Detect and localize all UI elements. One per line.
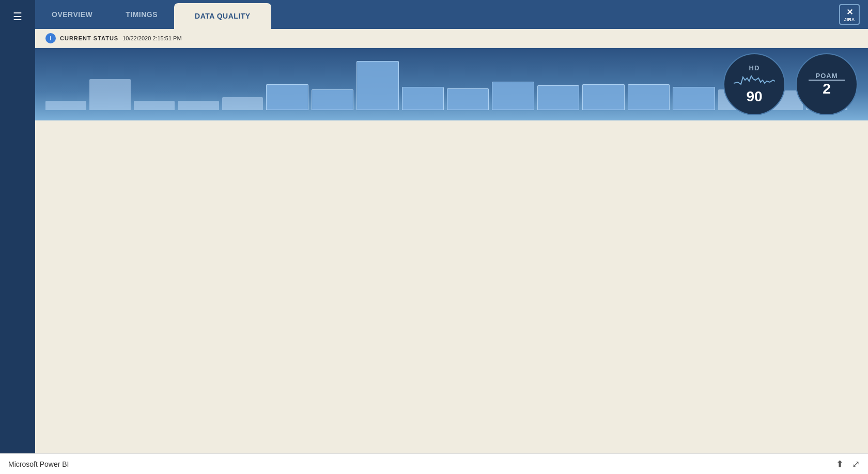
hd-value: 90 [746, 88, 762, 105]
chart-bar [402, 87, 444, 110]
chart-bar [222, 97, 263, 110]
chart-bar [357, 61, 398, 110]
chart-bar [266, 84, 308, 110]
chart-bar [447, 88, 489, 110]
menu-icon[interactable]: ☰ [9, 6, 26, 27]
nav-logo: ✕ JIRA [839, 0, 868, 29]
chart-bar [134, 101, 175, 110]
tab-overview[interactable]: OVERVIEW [35, 0, 109, 29]
chart-bar [582, 84, 624, 110]
metric-circles: HD 90 POAM 2 [723, 53, 858, 115]
poam-label: POAM [816, 72, 838, 80]
tab-timings[interactable]: TIMINGS [109, 0, 174, 29]
status-label: CURRENT STATUS [60, 35, 118, 41]
status-bar: i CURRENT STATUS 10/22/2020 2:15:51 PM [35, 29, 868, 48]
main-container: OVERVIEW TIMINGS DATA QUALITY ✕ JIRA i C… [35, 0, 868, 453]
hd-chart [734, 73, 775, 87]
status-date: 10/22/2020 2:15:51 PM [122, 35, 181, 41]
bottom-bar: Microsoft Power BI ⬆ ⤢ [0, 453, 868, 474]
hd-label: HD [749, 64, 760, 72]
bottom-bar-icons: ⬆ ⤢ [836, 458, 860, 470]
chart-area: HD 90 POAM 2 [35, 48, 868, 120]
chart-bar [45, 101, 86, 110]
chart-bar [537, 85, 579, 110]
metric-circle-hd: HD 90 [723, 53, 785, 115]
expand-icon[interactable]: ⤢ [852, 458, 860, 470]
sidebar: ☰ [0, 0, 35, 453]
chart-bar [89, 79, 130, 110]
nav-bar: OVERVIEW TIMINGS DATA QUALITY ✕ JIRA [35, 0, 868, 29]
chart-bar [312, 89, 353, 110]
chart-bar [628, 84, 670, 110]
chart-bar [178, 101, 219, 110]
share-icon[interactable]: ⬆ [836, 458, 844, 470]
metric-circle-poam: POAM 2 [796, 53, 858, 115]
jira-logo: ✕ JIRA [839, 4, 860, 25]
chart-x-labels [45, 118, 734, 120]
app-title: Microsoft Power BI [8, 460, 69, 468]
content-area [35, 120, 868, 453]
chart-bar [673, 87, 715, 110]
tab-data-quality[interactable]: DATA QUALITY [174, 3, 271, 29]
chart-bar [492, 82, 534, 110]
poam-value: 2 [823, 81, 831, 97]
status-icon: i [45, 33, 56, 43]
